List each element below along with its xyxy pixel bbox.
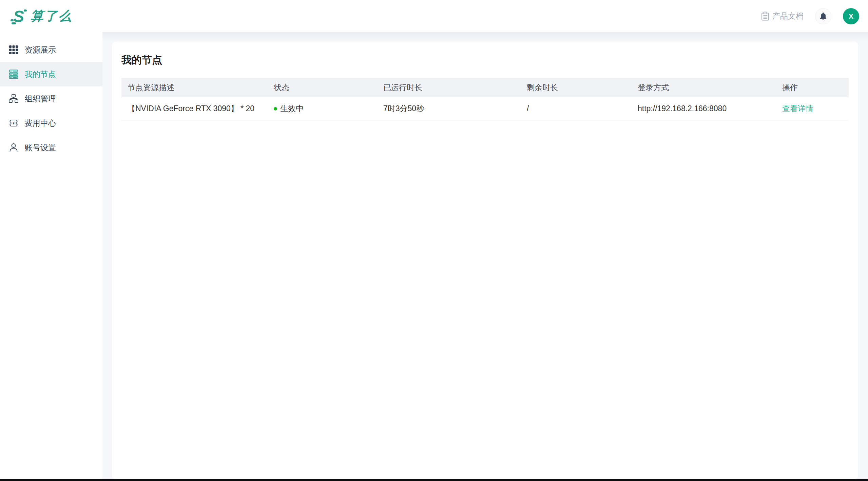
svg-text:¥: ¥ xyxy=(13,121,15,125)
sidebar-item-label: 资源展示 xyxy=(25,45,56,55)
column-header-actions: 操作 xyxy=(776,82,849,93)
sidebar-nav: 资源展示 我的节点 组织管理 xyxy=(0,32,102,479)
page-title: 我的节点 xyxy=(121,54,849,66)
sidebar-item-label: 账号设置 xyxy=(25,142,56,153)
column-header-uptime: 已运行时长 xyxy=(377,82,521,93)
table-header-row: 节点资源描述 状态 已运行时长 剩余时长 登录方式 操作 xyxy=(121,78,849,97)
product-docs-label: 产品文档 xyxy=(772,11,804,21)
window-bottom-edge xyxy=(0,479,868,481)
column-header-description: 节点资源描述 xyxy=(121,82,268,93)
top-header: S 算了么 产品文档 xyxy=(0,0,868,32)
sidebar-item-label: 费用中心 xyxy=(25,118,56,128)
sidebar-item-label: 我的节点 xyxy=(25,69,56,80)
clipboard-icon xyxy=(761,12,770,21)
node-remaining-time: / xyxy=(521,104,632,113)
nodes-table: 节点资源描述 状态 已运行时长 剩余时长 登录方式 操作 【NVIDIA GeF… xyxy=(121,78,849,120)
status-dot-icon xyxy=(274,107,277,111)
sidebar-item-billing[interactable]: ¥ 费用中心 xyxy=(0,111,102,135)
sidebar-item-resources[interactable]: 资源展示 xyxy=(0,38,102,62)
node-uptime: 7时3分50秒 xyxy=(377,103,521,114)
grid-icon xyxy=(9,45,18,55)
table-row: 【NVIDIA GeForce RTX 3090】 * 20 生效中 7时3分5… xyxy=(121,97,849,120)
header-shadow xyxy=(0,32,868,41)
sidebar-item-organization[interactable]: 组织管理 xyxy=(0,86,102,111)
avatar-initial: X xyxy=(849,12,853,20)
sidebar-item-my-nodes[interactable]: 我的节点 xyxy=(0,62,102,86)
user-avatar[interactable]: X xyxy=(843,8,859,24)
bell-icon xyxy=(819,12,827,21)
view-details-link[interactable]: 查看详情 xyxy=(782,104,813,113)
logo-s-icon: S xyxy=(10,7,28,25)
logo-text: 算了么 xyxy=(31,7,72,25)
node-description: 【NVIDIA GeForce RTX 3090】 * 20 xyxy=(121,103,268,114)
header-actions: 产品文档 X xyxy=(761,8,859,24)
column-header-login: 登录方式 xyxy=(632,82,776,93)
org-chart-icon xyxy=(9,94,18,103)
sidebar-item-account[interactable]: 账号设置 xyxy=(0,135,102,160)
notifications-button[interactable] xyxy=(815,8,831,24)
billing-ticket-icon: ¥ xyxy=(9,118,18,128)
sidebar-item-label: 组织管理 xyxy=(25,94,56,104)
column-header-status: 状态 xyxy=(268,82,377,93)
status-label: 生效中 xyxy=(280,103,304,114)
user-icon xyxy=(9,143,18,152)
server-icon xyxy=(9,69,18,79)
app-logo[interactable]: S 算了么 xyxy=(10,7,72,25)
product-docs-link[interactable]: 产品文档 xyxy=(761,11,804,21)
column-header-remaining: 剩余时长 xyxy=(521,82,632,93)
node-login-url: http://192.168.2.166:8080 xyxy=(632,104,776,113)
node-status: 生效中 xyxy=(268,103,377,114)
my-nodes-panel: 我的节点 节点资源描述 状态 已运行时长 剩余时长 登录方式 操作 【NVIDI… xyxy=(112,42,858,479)
